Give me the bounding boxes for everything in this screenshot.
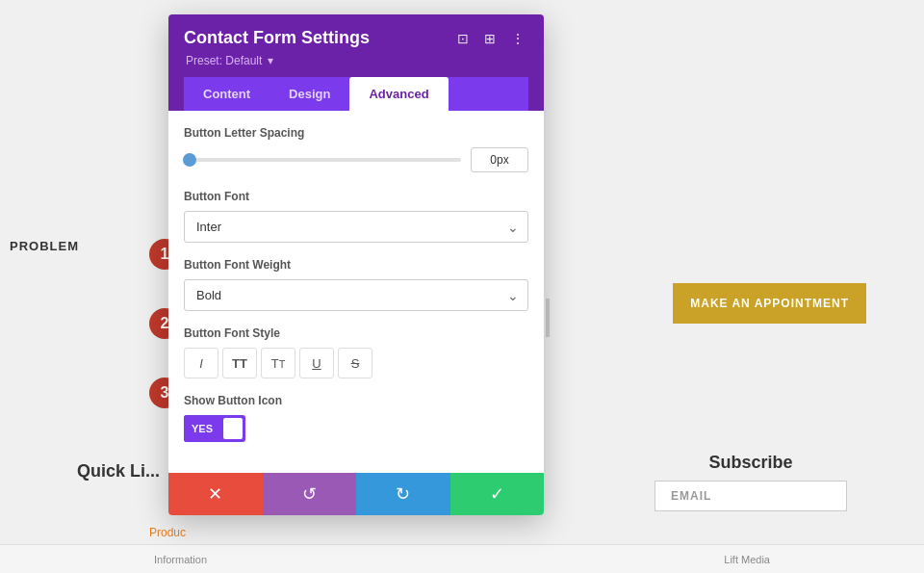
letter-spacing-label: Button Letter Spacing [184,126,528,140]
problem-label: PROBLEM [10,239,79,253]
show-button-icon-label: Show Button Icon [184,394,528,407]
letter-spacing-track[interactable] [184,158,461,162]
capitalize-icon: TT [271,356,286,371]
preset-selector[interactable]: Preset: Default ▾ [184,54,528,67]
redo-button[interactable]: ↻ [356,473,450,515]
save-button[interactable]: ✓ [450,473,545,515]
button-font-style-label: Button Font Style [184,326,528,340]
button-font-section: Button Font Inter Roboto Open Sans Lato [184,190,528,243]
toggle-switch[interactable]: YES [184,415,245,442]
uppercase-icon: TT [232,356,247,371]
modal-header: Contact Form Settings ⊡ ⊞ ⋮ Preset: Defa… [168,14,544,111]
button-font-style-section: Button Font Style I TT TT U S [184,326,528,378]
slider-thumb[interactable] [183,153,196,167]
undo-icon: ↺ [302,483,317,505]
toggle-yes-label: YES [184,415,220,442]
expand-icon: ⊡ [457,31,469,46]
button-font-select-wrapper: Inter Roboto Open Sans Lato [184,211,528,243]
button-font-select[interactable]: Inter Roboto Open Sans Lato [184,211,528,243]
undo-button[interactable]: ↺ [263,473,357,515]
layout-icon-button[interactable]: ⊞ [480,29,500,48]
vertical-divider [546,299,550,337]
modal-title: Contact Form Settings [184,28,370,48]
cancel-button[interactable]: ✕ [168,473,263,515]
tab-advanced[interactable]: Advanced [349,77,448,111]
letter-spacing-slider-row [184,147,528,172]
bottom-bar: Information Lift Media [0,544,924,573]
modal-header-icons: ⊡ ⊞ ⋮ [453,29,528,48]
letter-spacing-section: Button Letter Spacing [184,126,528,172]
font-style-strikethrough-button[interactable]: S [338,348,372,378]
font-style-uppercase-button[interactable]: TT [222,348,257,378]
bottom-right-text: Lift Media [724,554,770,565]
toggle-row: YES [184,415,528,442]
strikethrough-icon: S [351,356,360,371]
button-font-weight-section: Button Font Weight Thin Light Regular Bo… [184,258,528,311]
quick-links-label: Quick Li... [77,461,160,482]
modal-header-top: Contact Form Settings ⊡ ⊞ ⋮ [184,28,528,48]
show-button-icon-section: Show Button Icon YES [184,394,528,442]
button-font-weight-select[interactable]: Thin Light Regular Bold Extra Bold [184,279,528,311]
subscribe-section: Subscribe EMAIL [654,453,847,511]
expand-icon-button[interactable]: ⊡ [453,29,473,48]
more-options-button[interactable]: ⋮ [507,29,528,48]
letter-spacing-input[interactable] [471,147,528,172]
font-style-italic-button[interactable]: I [184,348,218,378]
button-font-weight-select-wrapper: Thin Light Regular Bold Extra Bold [184,279,528,311]
layout-icon: ⊞ [484,31,496,46]
modal-body: Button Letter Spacing Button Font Inter … [168,111,544,473]
toggle-knob [223,418,243,439]
save-icon: ✓ [490,483,504,505]
preset-arrow: ▾ [268,54,273,67]
redo-icon: ↻ [396,483,410,505]
subscribe-title: Subscribe [654,453,847,473]
button-font-label: Button Font [184,190,528,203]
info-text-left: Produc [149,526,186,539]
underline-icon: U [312,356,321,371]
tab-content[interactable]: Content [184,77,270,111]
modal-tabs: Content Design Advanced [184,77,528,111]
email-input[interactable]: EMAIL [654,481,847,511]
appointment-button[interactable]: MAKE AN APPOINTMENT [673,283,866,324]
bottom-left-text: Information [154,554,207,565]
font-style-buttons: I TT TT U S [184,348,528,378]
modal-footer: ✕ ↺ ↻ ✓ [168,473,544,515]
modal-panel: Contact Form Settings ⊡ ⊞ ⋮ Preset: Defa… [168,14,544,515]
font-style-capitalize-button[interactable]: TT [261,348,295,378]
italic-icon: I [199,356,203,371]
font-style-underline-button[interactable]: U [299,348,334,378]
tab-design[interactable]: Design [270,77,349,111]
button-font-weight-label: Button Font Weight [184,258,528,272]
cancel-icon: ✕ [208,483,222,505]
more-icon: ⋮ [511,31,525,46]
